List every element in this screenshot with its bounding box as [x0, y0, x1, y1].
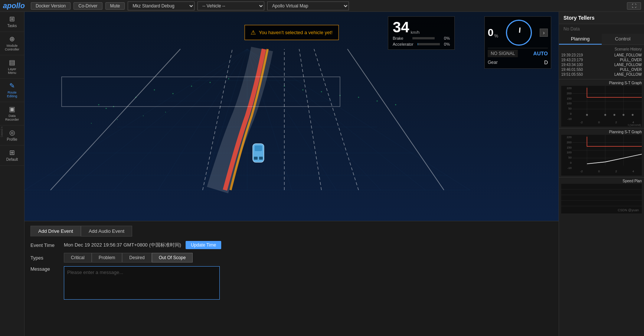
sidebar-item-tasks[interactable]: ⊞ Tasks	[0, 12, 24, 32]
accel-pct: 0%	[444, 42, 450, 46]
scenario-time-2: 19:43:34:100	[561, 63, 583, 67]
speed-panel: 34 km/h Brake 0% Accelerator 0%	[388, 16, 455, 50]
planning-st-graph-2: Planning S-T Graph 220200150100500-10	[559, 128, 644, 177]
svg-point-55	[586, 114, 588, 116]
sidebar-item-route-editing[interactable]: ✎ RouteEditing	[0, 79, 24, 102]
sidebar-item-module-label: ModuleController	[5, 44, 19, 51]
sidebar-item-data-recorder[interactable]: ▣ DataRecorder	[0, 102, 24, 125]
tab-planning[interactable]: Planning	[559, 34, 602, 45]
event-tabs: Add Drive Event Add Audio Event	[30, 226, 553, 236]
speed-unit: km/h	[411, 30, 420, 35]
scenario-action-4: LANE_FOLLOW	[614, 72, 642, 76]
scenario-row-2: 19:43:34:100 LANE_FOLLOW	[561, 62, 642, 67]
scenario-row-4: 19:51:05:550 LANE_FOLLOW	[561, 72, 642, 77]
brake-bar	[412, 37, 435, 39]
speed-plan-title: Speed Plan	[561, 179, 642, 183]
svg-point-59	[632, 114, 634, 116]
module-dropdown[interactable]: Mkz Standard Debug	[128, 1, 194, 10]
compass-row: 0 % ›	[488, 20, 548, 46]
scenario-row-3: 19:46:01:550 PULL_OVER	[561, 67, 642, 72]
layer-menu-icon: ▤	[9, 59, 15, 66]
type-btn-problem[interactable]: Problem	[92, 253, 122, 262]
data-recorder-icon: ▣	[9, 106, 15, 112]
svg-point-57	[614, 114, 615, 116]
svg-point-28	[303, 89, 304, 91]
no-signal-label: NO SIGNAL	[488, 50, 518, 57]
expand-button[interactable]: ⛶	[627, 2, 641, 10]
planning-st-graph-1-title: Planning S-T Graph	[561, 81, 642, 85]
co-driver-button[interactable]: Co-Driver	[73, 2, 102, 10]
scenario-action-2: LANE_FOLLOW	[614, 63, 642, 67]
story-tellers-header: Story Tellers	[559, 12, 644, 24]
x-labels-2: -2024	[572, 170, 642, 176]
event-time-label: Event Time	[30, 242, 64, 248]
default-icon: ⊞	[9, 149, 15, 156]
docker-version-button[interactable]: Docker Version	[31, 2, 71, 10]
vehicle-alert: ⚠ You haven't selected a vehicle yet!	[244, 25, 339, 40]
svg-rect-41	[259, 157, 263, 160]
accel-metric: Accelerator 0%	[393, 42, 450, 46]
top-bar: apollo Docker Version Co-Driver Mute Mkz…	[0, 0, 644, 12]
tab-control[interactable]: Control	[602, 34, 644, 45]
compass-percent-label: %	[494, 33, 498, 39]
left-sidebar: ⊞ Tasks ⊕ ModuleController ▤ LayerMenu ✎…	[0, 12, 24, 336]
scenario-time-4: 19:51:05:550	[561, 72, 583, 76]
svg-point-19	[106, 108, 107, 109]
sidebar-item-tasks-label: Tasks	[7, 24, 17, 28]
scenario-row-0: 19:39:23:219 LANE_FOLLOW	[561, 53, 642, 58]
update-time-button[interactable]: Update Time	[186, 241, 221, 249]
svg-point-56	[604, 114, 606, 116]
scenario-row-1: 19:43:23:179 PULL_OVER	[561, 58, 642, 62]
type-buttons: Critical Problem Desired Out Of Scope	[64, 253, 193, 262]
svg-point-32	[377, 101, 378, 102]
module-controller-icon: ⊕	[9, 36, 15, 42]
map-svg	[24, 12, 559, 221]
auto-label: AUTO	[533, 50, 548, 56]
alert-text: You haven't selected a vehicle yet!	[259, 30, 333, 35]
speed-area: CSDN @yuan	[561, 184, 642, 213]
no-data-label: No Data	[559, 24, 644, 34]
map-dropdown[interactable]: Apollo Virtual Map	[267, 1, 349, 10]
main-layout: ⊞ Tasks ⊕ ModuleController ▤ LayerMenu ✎…	[0, 12, 644, 336]
graph-inner-1	[572, 86, 642, 121]
scenario-time-1: 19:43:23:179	[561, 58, 583, 62]
scenario-action-3: PULL_OVER	[620, 68, 642, 72]
sidebar-item-profile-label: Profile	[7, 137, 17, 141]
message-textarea[interactable]	[64, 266, 220, 300]
map-view[interactable]: ⚠ You haven't selected a vehicle yet! 34…	[24, 12, 559, 221]
watermark: CSDN @yuan	[618, 208, 639, 212]
scenario-action-0: LANE_FOLLOW	[614, 53, 642, 57]
svg-point-36	[143, 115, 144, 116]
type-btn-critical[interactable]: Critical	[64, 253, 92, 262]
right-sidebar: Story Tellers No Data Planning Control S…	[559, 12, 644, 336]
sidebar-item-module-controller[interactable]: ⊕ ModuleController	[0, 32, 24, 55]
logo: apollo	[3, 1, 25, 10]
right-tabs: Planning Control	[559, 34, 644, 45]
sidebar-item-default-label: Default	[6, 157, 18, 162]
type-btn-desired[interactable]: Desired	[122, 253, 151, 262]
svg-point-29	[321, 91, 322, 92]
svg-point-58	[622, 114, 624, 116]
scenario-history: Scenario History 19:39:23:219 LANE_FOLLO…	[559, 45, 644, 79]
tab-add-drive-event[interactable]: Add Drive Event	[30, 226, 81, 236]
vehicle-dropdown[interactable]: -- Vehicle --	[197, 1, 264, 10]
speed-value: 34	[393, 20, 409, 35]
svg-point-35	[117, 119, 118, 120]
svg-point-33	[395, 104, 396, 105]
type-btn-out-of-scope[interactable]: Out Of Scope	[152, 253, 193, 262]
profile-icon: ◎	[9, 129, 15, 136]
tasks-icon: ⊞	[9, 16, 15, 22]
sidebar-item-profile[interactable]: ◎ Profile	[0, 125, 24, 146]
event-time-row: Event Time Mon Dec 19 2022 19:56:37 GMT+…	[30, 241, 553, 249]
scenario-time-3: 19:46:01:550	[561, 68, 583, 72]
sidebar-item-layer-menu[interactable]: ▤ LayerMenu	[0, 55, 24, 79]
center-content: ⚠ You haven't selected a vehicle yet! 34…	[24, 12, 559, 336]
brake-pct: 0%	[444, 36, 450, 40]
mute-button[interactable]: Mute	[105, 2, 125, 10]
compass-btn-right[interactable]: ›	[540, 29, 548, 37]
speed-plan-graph: Speed Plan CSDN @yuan	[559, 177, 644, 215]
compass-panel: 0 % › NO SIGNAL AUTO Gear D	[484, 16, 551, 69]
svg-point-26	[228, 78, 229, 79]
sidebar-item-default[interactable]: ⊞ Default	[0, 146, 24, 166]
tab-add-audio-event[interactable]: Add Audio Event	[81, 226, 132, 236]
